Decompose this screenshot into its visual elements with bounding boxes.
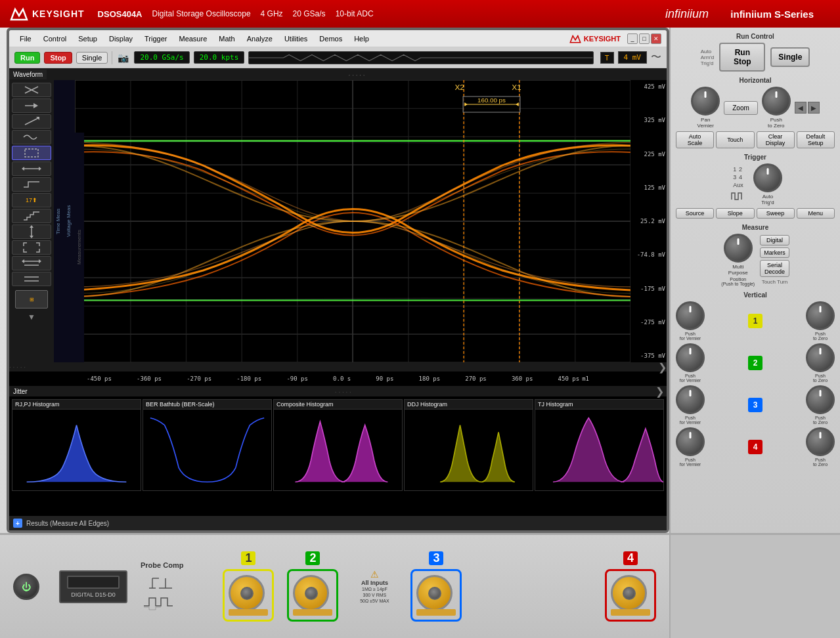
voltage-meas-label[interactable]: Voltage Meas [64,80,75,362]
autoscale-button[interactable]: AutoScale [676,131,714,148]
ch4-position-knob[interactable] [806,427,835,456]
tool-step[interactable] [12,177,51,192]
ch3-position-knob[interactable] [806,385,835,414]
window-minimize[interactable]: _ [627,33,638,44]
touch-button[interactable]: Touch [716,131,754,148]
tool-box-select[interactable] [12,146,51,160]
menu-file[interactable]: File [14,33,37,44]
jitter-collapse-icon[interactable]: ❯ [655,387,664,396]
ch3-bnc-connector[interactable] [416,575,453,611]
zoom-button[interactable]: Zoom [724,101,758,115]
waveform-label-row: Waveform · · · · · [9,68,667,80]
run-button[interactable]: Run [14,52,40,64]
run-stop-button[interactable]: RunStop [719,43,765,72]
menu-help[interactable]: Help [349,33,374,44]
nav-left[interactable]: ◀ [795,102,807,114]
svg-line-6 [25,118,38,125]
menu-measure[interactable]: Measure [173,33,212,44]
menu-control[interactable]: Control [38,33,72,44]
tool-arrow-right[interactable] [12,98,51,113]
clear-display-button[interactable]: ClearDisplay [757,131,795,148]
menu-display[interactable]: Display [104,33,138,44]
ch4-number[interactable]: 4 [748,440,763,454]
ch4-bnc-connector[interactable] [611,575,647,611]
sidebar-scroll-down[interactable]: ▼ [28,312,35,322]
ch2-position-knob[interactable] [806,343,835,372]
tool-corners[interactable] [12,240,51,255]
trigger-level-knob[interactable] [753,163,782,192]
menu-demos[interactable]: Demos [314,33,347,44]
ch4-scale-knob[interactable] [676,427,705,456]
window-close[interactable]: ✕ [651,33,661,44]
menu-analyze[interactable]: Analyze [242,33,278,44]
menu-utilities[interactable]: Utilities [279,33,313,44]
default-setup-button[interactable]: DefaultSetup [797,131,835,148]
horiz-position-knob[interactable] [762,87,791,116]
ch2-scale-knob[interactable] [676,343,705,372]
x-label-11: 450 ps [558,375,580,382]
ch1-bottom-connector: 1 [223,551,274,622]
y-axis-labels: 425 mV 325 mV 225 mV 125 mV 25.2 mV -74.… [630,80,667,362]
tool-cursor[interactable] [12,83,51,97]
ch2-number[interactable]: 2 [748,356,763,370]
screen-container: File Control Setup Display Trigger Measu… [7,28,669,533]
menu-trigger[interactable]: Trigger [139,33,172,44]
tool-expand[interactable] [12,272,51,286]
ch1-bnc-connector[interactable] [229,575,265,611]
svg-marker-17 [22,259,24,263]
ch3-scale-knob[interactable] [676,385,705,414]
ch1-position-knob[interactable] [806,301,835,330]
source-button[interactable]: Source [676,208,714,219]
tool-wave[interactable] [12,130,51,144]
settings-icon[interactable]: 〜 [651,51,661,64]
instrument-body: KEYSIGHT DSOS404A Digital Storage Oscill… [0,0,840,638]
tool-v-arrows[interactable] [12,224,51,239]
single-control-button[interactable]: Single [770,47,810,67]
scroll-right-icon[interactable]: ❯ [657,362,667,372]
nav-right[interactable]: ▶ [808,102,820,114]
trigger-menu-button[interactable]: Menu [797,208,835,219]
window-buttons: _ □ ✕ [627,33,661,44]
x-label-10: 360 ps [512,375,533,382]
touch-turn-label: Touch Turn [760,279,789,285]
ch1-push-zero: Pushto Zero [813,331,828,341]
menu-setup[interactable]: Setup [73,33,102,44]
tool-h-arrows[interactable] [12,161,51,176]
jitter-chart-ddj: DDJ Histogram [404,399,533,491]
digital-button[interactable]: Digital [760,235,789,245]
serial-decode-button[interactable]: SerialDecode [760,260,789,277]
multipurpose-knob[interactable] [724,234,753,263]
x-label-3: -270 ps [187,375,211,382]
stop-button[interactable]: Stop [44,52,72,64]
window-maximize[interactable]: □ [639,33,650,44]
y-label-4: 125 mV [632,184,665,191]
markers-button[interactable]: Markers [760,247,789,258]
sweep-button[interactable]: Sweep [757,208,795,219]
tool-number[interactable]: 17⬆ [12,193,51,207]
ch2-bnc-connector[interactable] [293,575,329,611]
power-button[interactable]: ⏻ [13,574,39,600]
trigger-level-knob-group: AutoTrig'd [753,163,782,205]
pan-knob[interactable] [691,87,720,116]
y-label-7: -175 mV [632,286,665,292]
ch1-number[interactable]: 1 [748,314,763,328]
ch1-scale-knob[interactable] [676,301,705,330]
jitter-chart-ddj-title: DDJ Histogram [405,400,533,410]
multipurpose-label: MultiPurpose [728,264,748,276]
slope-button[interactable]: Slope [716,208,754,219]
left-sidebar: 17⬆ [9,80,54,362]
ch4-push-vernier: Pushfor Vernier [680,457,701,467]
x-unit-label: m1 [579,375,589,382]
camera-icon[interactable]: 📷 [116,51,130,64]
ch3-number[interactable]: 3 [748,398,763,412]
time-meas-label[interactable]: Time Meas [54,80,64,362]
tool-stairs[interactable] [12,209,51,223]
horiz-right-knob-group: Pushto Zero [762,87,791,129]
digital-connector[interactable] [67,576,120,589]
single-button[interactable]: Single [76,52,108,64]
tool-diagonal-arrow[interactable] [12,114,51,129]
trigger-waveform-preview [248,51,594,64]
tool-h-double-arrows[interactable] [12,256,51,270]
menu-math[interactable]: Math [213,33,240,44]
ch1-bnc-border [223,569,274,622]
